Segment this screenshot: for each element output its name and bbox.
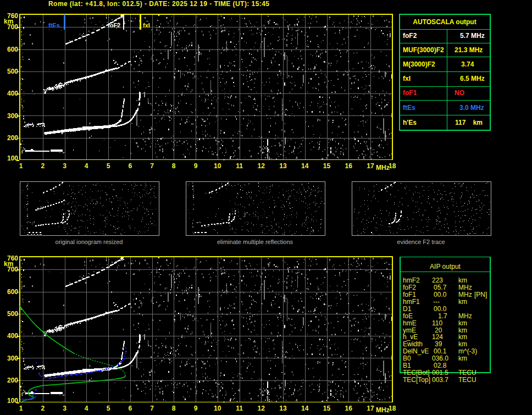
svg-text:200: 200 [7, 377, 18, 384]
svg-text:fxI: fxI [403, 75, 411, 82]
svg-text:km: km [458, 333, 467, 341]
svg-text:TEC[Top]: TEC[Top] [403, 376, 430, 384]
svg-text:00.1: 00.1 [434, 347, 447, 355]
svg-text:eliminate multiple reflections: eliminate multiple reflections [217, 239, 293, 245]
svg-text:300: 300 [7, 355, 18, 362]
svg-text:3: 3 [63, 405, 66, 412]
svg-text:8: 8 [172, 405, 176, 412]
svg-text:124: 124 [432, 333, 443, 341]
svg-text:3: 3 [63, 162, 66, 170]
svg-text:16: 16 [345, 162, 353, 170]
svg-text:117 km: 117 km [455, 119, 483, 126]
svg-text:1.7: 1.7 [438, 312, 447, 320]
svg-text:B0: B0 [403, 355, 411, 362]
svg-text:12: 12 [258, 405, 265, 412]
svg-text:17: 17 [367, 162, 374, 170]
svg-text:5: 5 [107, 405, 110, 412]
svg-text:MHz: MHz [458, 312, 472, 320]
svg-text:500: 500 [7, 310, 18, 318]
svg-text:DelN_vE: DelN_vE [403, 347, 429, 355]
svg-text:400: 400 [7, 332, 18, 340]
svg-text:D1: D1 [403, 305, 412, 313]
svg-text:02.8: 02.8 [434, 362, 447, 369]
svg-text:5: 5 [107, 162, 110, 170]
svg-text:MHz: MHz [458, 291, 472, 298]
svg-text:original ionogram resized: original ionogram resized [56, 239, 123, 245]
svg-text:h_vE: h_vE [403, 333, 418, 341]
svg-text:05.7: 05.7 [434, 284, 447, 291]
svg-text:400: 400 [7, 90, 18, 97]
svg-text:km: km [4, 18, 13, 25]
svg-text:15: 15 [323, 405, 331, 412]
svg-text:foF2: foF2 [108, 22, 120, 29]
svg-text:12: 12 [258, 162, 265, 170]
svg-text:km: km [458, 340, 467, 348]
svg-text:MHz: MHz [458, 284, 472, 291]
svg-text:---: --- [433, 298, 440, 306]
svg-text:ymE: ymE [403, 327, 416, 334]
svg-text:NO: NO [455, 89, 464, 97]
svg-text:M(3000)F2: M(3000)F2 [403, 60, 435, 68]
svg-text:Ewidth: Ewidth [403, 340, 423, 348]
svg-text:AUTOSCALA output: AUTOSCALA output [413, 18, 476, 26]
svg-text:17: 17 [367, 405, 374, 412]
svg-text:3.0 MHz: 3.0 MHz [459, 104, 484, 112]
svg-text:km: km [4, 260, 13, 268]
svg-text:600: 600 [7, 46, 18, 53]
svg-text:foF1: foF1 [403, 89, 417, 97]
svg-text:500: 500 [7, 68, 18, 75]
svg-text:km: km [458, 327, 467, 334]
svg-text:km: km [458, 319, 467, 327]
svg-text:MHz: MHz [376, 164, 390, 171]
svg-text:h'Es: h'Es [403, 119, 417, 126]
svg-text:TECU: TECU [458, 369, 476, 377]
svg-text:18: 18 [389, 405, 396, 412]
svg-text:km: km [458, 298, 467, 306]
svg-text:hmF1: hmF1 [403, 298, 420, 306]
svg-text:TECU: TECU [458, 376, 476, 384]
svg-text:9: 9 [194, 162, 198, 170]
svg-text:11: 11 [236, 405, 243, 412]
svg-text:TEC[Bot]: TEC[Bot] [403, 369, 430, 377]
svg-text:10: 10 [214, 405, 221, 412]
svg-text:[PN]: [PN] [474, 291, 487, 298]
svg-text:fxI: fxI [143, 22, 150, 29]
svg-text:036.0: 036.0 [432, 355, 448, 362]
svg-text:00.0: 00.0 [434, 291, 447, 298]
svg-text:foF2: foF2 [403, 32, 417, 40]
svg-text:20: 20 [435, 327, 442, 334]
svg-text:1: 1 [19, 162, 23, 170]
svg-text:13: 13 [279, 162, 287, 170]
svg-text:8: 8 [172, 162, 176, 170]
svg-text:1: 1 [19, 405, 23, 412]
svg-text:hmE: hmE [403, 319, 417, 327]
svg-text:AIP output: AIP output [430, 263, 461, 270]
svg-text:600: 600 [7, 288, 18, 296]
svg-text:14: 14 [301, 405, 309, 412]
svg-text:200: 200 [7, 134, 18, 142]
svg-text:10: 10 [214, 162, 221, 170]
svg-text:100: 100 [7, 154, 18, 162]
svg-text:18: 18 [389, 162, 396, 170]
svg-text:B1: B1 [403, 362, 411, 369]
svg-text:15: 15 [323, 162, 331, 170]
svg-text:7: 7 [150, 162, 154, 170]
svg-text:evidence F2 trace: evidence F2 trace [397, 239, 445, 245]
svg-text:m^(-3): m^(-3) [458, 347, 477, 355]
svg-text:00.0: 00.0 [434, 305, 447, 313]
svg-text:14: 14 [301, 162, 309, 170]
svg-text:100: 100 [7, 397, 18, 405]
svg-text:223: 223 [432, 276, 443, 284]
svg-text:3.74: 3.74 [461, 60, 474, 68]
svg-text:foF1: foF1 [403, 291, 416, 298]
svg-text:6.5 MHz: 6.5 MHz [460, 75, 485, 82]
svg-text:16: 16 [345, 405, 353, 412]
svg-text:11: 11 [236, 162, 243, 170]
svg-text:9: 9 [194, 405, 198, 412]
svg-text:MHz: MHz [376, 406, 390, 414]
svg-text:km: km [458, 276, 467, 284]
svg-text:6: 6 [128, 405, 132, 412]
svg-text:MUF(3000)F2: MUF(3000)F2 [403, 46, 444, 54]
svg-text:2: 2 [41, 405, 45, 412]
svg-text:hmF2: hmF2 [403, 276, 420, 284]
